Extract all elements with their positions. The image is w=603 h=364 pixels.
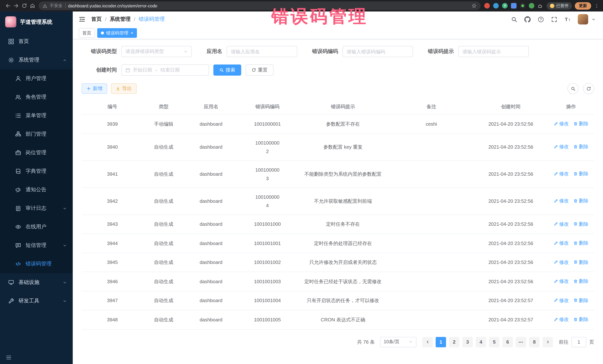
sidebar-item[interactable]: 用户管理 xyxy=(0,69,73,88)
delete-button[interactable]: 删除 xyxy=(573,119,589,128)
page-button[interactable]: 8 xyxy=(529,337,540,347)
green-extension-icon[interactable] xyxy=(529,3,534,9)
bookmark-star-icon[interactable] xyxy=(472,3,476,8)
caret-down-icon[interactable] xyxy=(591,17,596,21)
column-header: 错误码编码 xyxy=(238,99,297,114)
help-icon[interactable]: ? xyxy=(538,16,544,22)
delete-button[interactable]: 删除 xyxy=(573,258,589,266)
next-page-button[interactable] xyxy=(543,337,553,347)
sidebar-collapse-icon[interactable] xyxy=(6,355,12,360)
switch-extension-icon[interactable] xyxy=(520,3,525,9)
delete-button[interactable]: 删除 xyxy=(573,220,589,228)
reset-button[interactable]: 重置 xyxy=(246,65,274,76)
sidebar-item[interactable]: 错误码管理 xyxy=(0,255,73,273)
back-icon[interactable] xyxy=(4,2,12,10)
sidebar-item[interactable]: 字典管理 xyxy=(0,162,73,180)
edit-button[interactable]: 修改 xyxy=(554,258,569,266)
sidebar-item-label: 系统管理 xyxy=(19,57,39,63)
page-button[interactable]: 1 xyxy=(436,337,446,347)
delete-button[interactable]: 删除 xyxy=(573,143,589,151)
delete-button[interactable]: 删除 xyxy=(573,170,589,178)
sidebar-item[interactable]: 岗位管理 xyxy=(0,143,73,162)
row-time: 2021-04-20 23:52:56 xyxy=(474,234,548,253)
error-msg-input[interactable] xyxy=(458,46,529,57)
toggle-search-button[interactable] xyxy=(567,83,579,94)
address-bar[interactable]: 不安全 dashboard.yudao.iocoder.cn/system/er… xyxy=(39,1,481,10)
sidebar-item[interactable]: 角色管理 xyxy=(0,88,73,106)
github-icon[interactable] xyxy=(524,16,531,22)
refresh-button[interactable] xyxy=(583,83,594,94)
delete-button[interactable]: 删除 xyxy=(573,315,589,324)
forward-icon[interactable] xyxy=(12,2,20,10)
home-icon[interactable] xyxy=(28,2,36,10)
edit-button[interactable]: 修改 xyxy=(554,315,569,324)
sidebar-item[interactable]: 系统管理 xyxy=(0,51,73,69)
page-button[interactable]: 4 xyxy=(476,337,486,347)
page-button[interactable]: 6 xyxy=(502,337,513,347)
red-extension-icon[interactable] xyxy=(484,3,490,9)
delete-button[interactable]: 删除 xyxy=(573,296,589,305)
edit-button[interactable]: 修改 xyxy=(554,170,569,178)
search-button[interactable]: 搜索 xyxy=(213,65,241,76)
edit-button[interactable]: 修改 xyxy=(554,143,569,151)
edit-button[interactable]: 修改 xyxy=(554,119,569,128)
sidebar-item[interactable]: 研发工具 xyxy=(0,292,73,310)
sidebar-item[interactable]: 通知公告 xyxy=(0,180,73,199)
sidebar-item[interactable]: 审计日志 xyxy=(0,199,73,218)
breadcrumb-home[interactable]: 首页 xyxy=(91,16,102,22)
row-msg: 不能删除类型为系统内置的参数配置 xyxy=(297,161,389,188)
prev-page-button[interactable] xyxy=(422,337,433,347)
sidebar-fold-button[interactable] xyxy=(79,16,85,22)
tab-home[interactable]: 首页 xyxy=(79,28,95,38)
browser-update-button[interactable]: 更新 xyxy=(575,2,591,10)
sidebar-item[interactable]: 在线用户 xyxy=(0,218,73,236)
row-id: 3939 xyxy=(82,114,143,133)
add-button[interactable]: 新增 xyxy=(82,83,107,94)
page-size-select[interactable]: 10条/页 xyxy=(380,337,416,347)
paused-extension-badge[interactable]: 已暂停 xyxy=(547,2,572,10)
delete-icon xyxy=(573,298,578,302)
briefcase-icon xyxy=(15,150,21,156)
export-button[interactable]: 导出 xyxy=(111,83,137,94)
date-range-picker[interactable]: 开始日期 - 结束日期 xyxy=(121,65,209,76)
tab-error-code[interactable]: 错误码管理 × xyxy=(97,28,137,38)
blue-extension-icon[interactable] xyxy=(493,3,499,9)
search-icon[interactable] xyxy=(511,16,517,22)
close-icon[interactable]: × xyxy=(131,31,133,35)
sidebar-item-label: 岗位管理 xyxy=(26,149,46,156)
page-button[interactable]: 5 xyxy=(489,337,499,347)
row-msg: 只有开启状态的任务，才可以修改 xyxy=(297,291,389,310)
edit-button[interactable]: 修改 xyxy=(554,197,569,205)
sidebar-item[interactable]: 基础设施 xyxy=(0,273,73,292)
edit-button[interactable]: 修改 xyxy=(554,296,569,305)
sidebar-item[interactable]: 部门管理 xyxy=(0,125,73,143)
reload-icon[interactable] xyxy=(20,2,28,10)
error-code-input[interactable] xyxy=(343,46,413,57)
sidebar-item[interactable]: 首页 xyxy=(0,32,73,51)
pager-ellipsis[interactable]: ••• xyxy=(516,337,526,347)
sidebar-item[interactable]: 短信管理 xyxy=(0,236,73,255)
browser-menu-icon[interactable] xyxy=(594,3,599,8)
delete-button[interactable]: 删除 xyxy=(573,277,589,286)
edit-button[interactable]: 修改 xyxy=(554,277,569,286)
puzzle-extensions-icon[interactable] xyxy=(538,3,543,8)
fullscreen-icon[interactable] xyxy=(551,16,557,22)
delete-button[interactable]: 删除 xyxy=(573,197,589,205)
edit-button[interactable]: 修改 xyxy=(554,239,569,247)
goto-page-input[interactable] xyxy=(571,337,586,347)
grid-extension-icon[interactable] xyxy=(511,3,517,9)
sidebar-item[interactable]: 菜单管理 xyxy=(0,106,73,125)
row-remark xyxy=(389,253,474,272)
page-button[interactable]: 2 xyxy=(449,337,459,347)
error-type-select[interactable]: 请选择错误码类型 xyxy=(121,46,192,57)
font-size-icon[interactable]: TT xyxy=(564,16,571,22)
breadcrumb-system[interactable]: 系统管理 xyxy=(110,16,131,22)
page-button[interactable]: 3 xyxy=(462,337,473,347)
row-time: 2021-04-20 23:52:56 xyxy=(474,188,548,215)
user-avatar[interactable] xyxy=(578,14,588,24)
row-id: 3948 xyxy=(82,310,143,329)
delete-button[interactable]: 删除 xyxy=(573,239,589,247)
app-name-input[interactable] xyxy=(227,46,297,57)
vue-devtools-icon[interactable]: V xyxy=(502,3,508,9)
edit-button[interactable]: 修改 xyxy=(554,220,569,228)
